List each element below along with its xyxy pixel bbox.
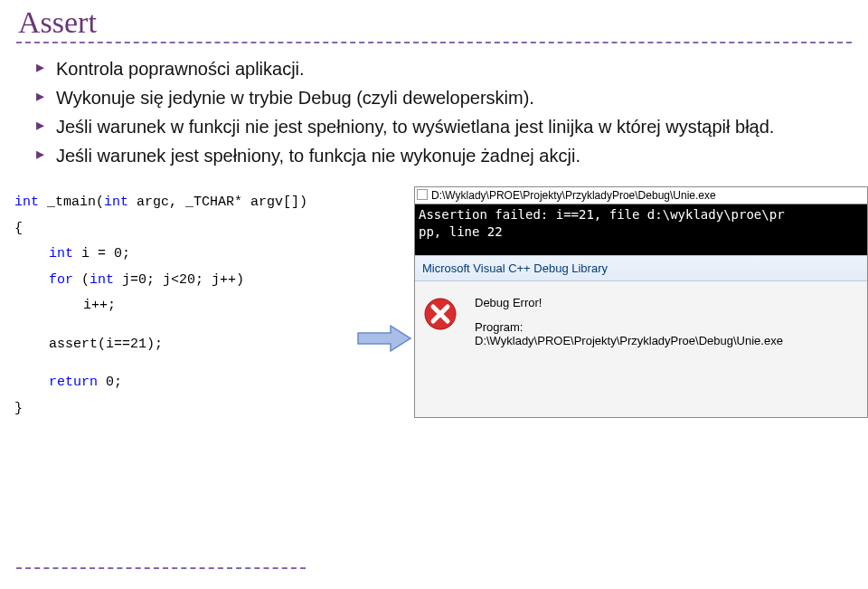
console-line: pp, line 22	[419, 224, 503, 239]
dialog-window: D:\Wyklady\PROE\Projekty\PrzykladyProe\D…	[414, 186, 868, 418]
code-text: i = 0;	[73, 246, 130, 261]
slide-title: Assert	[0, 0, 868, 42]
code-text: {	[14, 216, 358, 242]
code-snippet: int _tmain(int argc, _TCHAR* argv[]) { i…	[14, 190, 358, 422]
app-icon	[417, 189, 428, 200]
msgbox-program-path: D:\Wyklady\PROE\Projekty\PrzykladyProe\D…	[475, 334, 860, 347]
msgbox-titlebar: Microsoft Visual C++ Debug Library	[415, 255, 867, 281]
content-area: int _tmain(int argc, _TCHAR* argv[]) { i…	[0, 190, 868, 498]
code-kw: int	[14, 195, 39, 210]
code-text: j=0; j<20; j++)	[114, 272, 244, 288]
console-title-text: D:\Wyklady\PROE\Projekty\PrzykladyProe\D…	[431, 189, 716, 202]
bullet-item: Jeśli warunek w funkcji nie jest spełnio…	[36, 114, 832, 139]
bullet-item: Jeśli warunek jest spełniony, to funkcja…	[36, 143, 832, 168]
msgbox-heading: Debug Error!	[475, 296, 860, 309]
code-kw: for	[49, 272, 73, 288]
code-text: (	[73, 272, 90, 288]
arrow-icon	[356, 324, 412, 356]
code-text: argc, _TCHAR* argv[])	[128, 195, 307, 210]
console-titlebar: D:\Wyklady\PROE\Projekty\PrzykladyProe\D…	[415, 187, 867, 204]
code-kw: int	[49, 246, 73, 261]
code-text: i++;	[14, 293, 358, 319]
code-text: assert(i==21);	[14, 332, 358, 358]
title-divider	[16, 42, 852, 43]
code-text: 0;	[98, 375, 122, 390]
msgbox-program-label: Program:	[475, 320, 860, 334]
code-kw: int	[104, 195, 128, 210]
code-kw: return	[49, 375, 98, 390]
console-line: Assertion failed: i==21, file d:\wyklady…	[419, 207, 785, 222]
console-output: Assertion failed: i==21, file d:\wyklady…	[415, 204, 867, 255]
error-icon	[422, 296, 458, 335]
bullet-item: Wykonuje się jedynie w trybie Debug (czy…	[36, 85, 832, 110]
bullet-item: Kontrola poprawności aplikacji.	[36, 56, 832, 81]
footer-divider	[16, 567, 306, 569]
code-kw: int	[90, 272, 114, 288]
msgbox-body: Debug Error! Program: D:\Wyklady\PROE\Pr…	[415, 281, 867, 417]
bullet-list: Kontrola poprawności aplikacji. Wykonuje…	[36, 56, 868, 168]
code-text: }	[14, 396, 358, 423]
code-text: _tmain(	[39, 195, 104, 210]
